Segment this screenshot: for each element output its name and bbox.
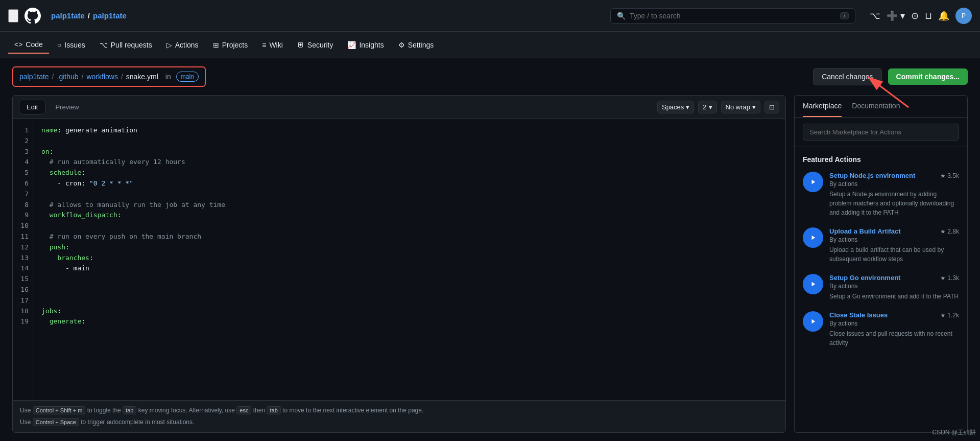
nav-insights-label: Insights xyxy=(359,41,384,49)
breadcrumb-in: in xyxy=(165,73,171,81)
tab-preview[interactable]: Preview xyxy=(47,100,86,114)
wrap-chevron-icon: ▾ xyxy=(752,103,756,111)
breadcrumb: palp1tate / .github / workflows / snake.… xyxy=(12,66,206,87)
nav-actions-label: Actions xyxy=(175,41,199,49)
github-logo xyxy=(25,8,41,24)
nav-security[interactable]: ⛨ Security xyxy=(291,37,340,53)
wrap-select[interactable]: No wrap ▾ xyxy=(721,101,760,113)
pr-button[interactable]: ⊔ xyxy=(925,10,932,21)
breadcrumb-user[interactable]: palp1tate xyxy=(19,73,49,81)
indent-select[interactable]: 2 ▾ xyxy=(698,101,716,113)
action-desc-1: Upload a build artifact that can be used… xyxy=(829,245,959,264)
editor-footer: Use Control + Shift + m to toggle the ta… xyxy=(13,400,785,432)
nav-issues[interactable]: ○ Issues xyxy=(51,37,91,53)
action-name-1[interactable]: Upload a Build Artifact xyxy=(829,227,901,235)
editor-toolbar: Edit Preview Spaces ▾ 2 ▾ No wrap ▾ xyxy=(13,96,785,119)
nav-wiki[interactable]: ≡ Wiki xyxy=(256,37,289,53)
tab-edit[interactable]: Edit xyxy=(19,100,45,114)
featured-title: Featured Actions xyxy=(803,155,959,164)
top-nav-icons: ⌥ ➕ ▾ ⊙ ⊔ 🔔 P xyxy=(870,8,972,24)
actions-list: Setup Node.js environment ★ 3.5k By acti… xyxy=(803,172,959,347)
action-icon-2 xyxy=(803,274,823,294)
nav-pr-label: Pull requests xyxy=(111,41,152,49)
nav-code-label: Code xyxy=(26,40,42,49)
security-icon: ⛨ xyxy=(297,41,304,49)
cancel-changes-button[interactable]: Cancel changes xyxy=(813,68,881,85)
wiki-icon: ≡ xyxy=(262,41,266,49)
marketplace-tabs: Marketplace Documentation xyxy=(795,96,967,118)
nav-security-label: Security xyxy=(307,41,333,49)
nav-issues-label: Issues xyxy=(64,41,85,49)
breadcrumb-sep2: / xyxy=(82,73,84,81)
action-header-1: Upload a Build Artifact ★ 2.8k xyxy=(829,227,959,235)
action-item: Setup Go environment ★ 1.3k By actions S… xyxy=(803,274,959,301)
marketplace-search-input[interactable] xyxy=(803,124,959,141)
kbd-esc: esc xyxy=(236,406,251,414)
search-input[interactable] xyxy=(630,12,836,20)
action-info-1: Upload a Build Artifact ★ 2.8k By action… xyxy=(829,227,959,264)
marketplace-search-container xyxy=(795,118,967,147)
breadcrumb-sep1: / xyxy=(52,73,54,81)
add-button[interactable]: ➕ ▾ xyxy=(887,10,905,21)
editor-panel: Edit Preview Spaces ▾ 2 ▾ No wrap ▾ xyxy=(12,95,786,433)
action-header-3: Close Stale Issues ★ 1.2k xyxy=(829,311,959,319)
nav-settings[interactable]: ⚙ Settings xyxy=(392,37,440,53)
action-icon-0 xyxy=(803,172,823,192)
nav-pull-requests[interactable]: ⌥ Pull requests xyxy=(93,37,158,53)
nav-actions[interactable]: ▷ Actions xyxy=(160,37,205,53)
nav-wiki-label: Wiki xyxy=(269,41,282,49)
action-by-0: By actions xyxy=(829,180,959,188)
spaces-label: Spaces xyxy=(662,103,684,111)
spaces-select[interactable]: Spaces ▾ xyxy=(657,101,694,113)
avatar[interactable]: P xyxy=(955,8,972,24)
global-search[interactable]: 🔍 / xyxy=(610,8,855,24)
settings-icon: ⚙ xyxy=(398,41,405,49)
nav-projects[interactable]: ⊞ Projects xyxy=(207,37,254,53)
line-numbers: 12345678910111213141516171819 xyxy=(13,119,33,400)
kbd-ctrl-shift-m: Control + Shift + m xyxy=(33,406,86,414)
action-name-2[interactable]: Setup Go environment xyxy=(829,274,900,282)
projects-icon: ⊞ xyxy=(213,41,219,49)
indent-value: 2 xyxy=(703,103,706,111)
kbd-tab1: tab xyxy=(123,406,136,414)
wrap-label: No wrap xyxy=(726,103,750,111)
action-header-0: Setup Node.js environment ★ 3.5k xyxy=(829,172,959,179)
branch-badge: main xyxy=(176,72,199,82)
action-desc-3: Close issues and pull requests with no r… xyxy=(829,329,959,347)
username-link[interactable]: palp1tate xyxy=(51,11,85,20)
commit-changes-button[interactable]: Commit changes... xyxy=(888,68,968,85)
terminal-button[interactable]: ⌥ xyxy=(870,10,880,21)
action-name-3[interactable]: Close Stale Issues xyxy=(829,311,888,319)
code-icon: <> xyxy=(14,40,22,49)
repo-navigation: <> Code ○ Issues ⌥ Pull requests ▷ Actio… xyxy=(0,32,980,58)
editor-layout: Edit Preview Spaces ▾ 2 ▾ No wrap ▾ xyxy=(12,95,968,433)
tab-documentation[interactable]: Documentation xyxy=(852,96,900,117)
kbd-tab2: tab xyxy=(267,406,280,414)
search-kbd: / xyxy=(840,12,849,19)
editor-body[interactable]: 12345678910111213141516171819 name: gene… xyxy=(13,119,785,400)
action-item: Setup Node.js environment ★ 3.5k By acti… xyxy=(803,172,959,217)
repo-link[interactable]: palp1tate xyxy=(93,11,127,20)
action-stars-2: ★ 1.3k xyxy=(940,274,959,282)
tab-marketplace[interactable]: Marketplace xyxy=(803,96,842,117)
fullscreen-button[interactable]: ⊡ xyxy=(764,101,779,113)
issues-button[interactable]: ⊙ xyxy=(911,10,919,21)
breadcrumb-filename: snake.yml xyxy=(126,73,158,81)
hamburger-button[interactable]: ☰ xyxy=(8,9,18,22)
notifications-button[interactable]: 🔔 xyxy=(938,10,949,21)
breadcrumb-workflows[interactable]: workflows xyxy=(86,73,117,81)
breadcrumb-sep3: / xyxy=(121,73,123,81)
top-navigation: ☰ palp1tate / palp1tate 🔍 / ⌥ ➕ ▾ ⊙ ⊔ 🔔 … xyxy=(0,0,980,32)
code-editor[interactable]: name: generate animation on: # run autom… xyxy=(33,119,785,400)
nav-code[interactable]: <> Code xyxy=(8,36,49,54)
issues-icon: ○ xyxy=(57,41,61,49)
action-info-3: Close Stale Issues ★ 1.2k By actions Clo… xyxy=(829,311,959,347)
pr-icon: ⌥ xyxy=(100,41,108,49)
action-stars-3: ★ 1.2k xyxy=(940,312,959,319)
breadcrumb-github[interactable]: .github xyxy=(57,73,79,81)
action-name-0[interactable]: Setup Node.js environment xyxy=(829,172,915,179)
repo-path: palp1tate / palp1tate xyxy=(51,11,127,20)
nav-insights[interactable]: 📈 Insights xyxy=(341,37,390,53)
action-icon-1 xyxy=(803,227,823,248)
chevron-down-icon: ▾ xyxy=(686,103,689,111)
